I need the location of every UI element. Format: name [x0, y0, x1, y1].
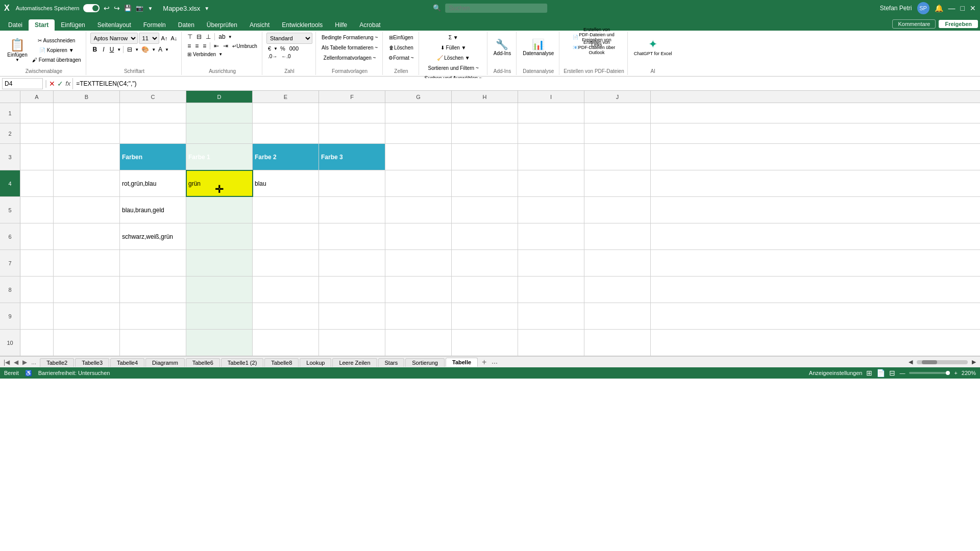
- addins-button[interactable]: 🔧 Add-Ins: [492, 33, 513, 61]
- row-header-7[interactable]: 7: [0, 250, 20, 276]
- cell-d10[interactable]: [186, 330, 253, 356]
- kommentare-button[interactable]: Kommentare: [892, 19, 936, 29]
- cell-a8[interactable]: [20, 277, 54, 303]
- cell-i3[interactable]: [518, 144, 584, 170]
- cell-a6[interactable]: [20, 223, 54, 249]
- cell-e3-farbe2[interactable]: Farbe 2: [253, 144, 319, 170]
- cell-b3[interactable]: [54, 144, 120, 170]
- font-name-select[interactable]: Aptos Narrow: [90, 33, 138, 44]
- cell-c5-blau-braun-geld[interactable]: blau,braun,geld: [120, 197, 186, 223]
- cell-a7[interactable]: [20, 250, 54, 276]
- borders-dropdown-icon[interactable]: ▼: [135, 47, 139, 52]
- cell-c3-farben[interactable]: Farben: [120, 144, 186, 170]
- cell-i4[interactable]: [518, 170, 584, 196]
- maximize-button[interactable]: □: [961, 4, 965, 12]
- cell-i9[interactable]: [518, 303, 584, 329]
- zellenformatvorlagen-button[interactable]: Zellenformatvorlagen ~: [320, 53, 379, 62]
- cell-b7[interactable]: [54, 250, 120, 276]
- tab-hilfe[interactable]: Hilfe: [329, 19, 353, 31]
- zoom-in-icon[interactable]: +: [954, 370, 957, 376]
- accessibility-status[interactable]: Barrierefreiheit: Untersuchen: [38, 370, 110, 376]
- cell-i7[interactable]: [518, 250, 584, 276]
- underline-button[interactable]: U: [108, 45, 116, 54]
- cell-c8[interactable]: [120, 277, 186, 303]
- page-layout-icon[interactable]: 📄: [876, 369, 885, 377]
- tab-datei[interactable]: Datei: [2, 19, 29, 31]
- cell-a1[interactable]: [20, 103, 54, 123]
- dropdown-filename-icon[interactable]: ▼: [204, 6, 209, 11]
- clear-button[interactable]: 🧹 Löschen ▼: [423, 53, 484, 62]
- scroll-left-icon[interactable]: ◀: [909, 359, 913, 365]
- col-header-b[interactable]: B: [54, 91, 120, 103]
- sheet-tab-sortierung[interactable]: Sortierung: [405, 358, 445, 367]
- col-header-c[interactable]: C: [120, 91, 186, 103]
- close-button[interactable]: ✕: [970, 4, 976, 12]
- row-header-4[interactable]: 4: [0, 170, 20, 196]
- cell-i2[interactable]: [518, 123, 584, 143]
- row-header-1[interactable]: 1: [0, 103, 20, 123]
- sheet-nav-first[interactable]: |◀: [2, 359, 11, 366]
- cell-f3-farbe3[interactable]: Farbe 3: [319, 144, 385, 170]
- cell-g5[interactable]: [385, 197, 452, 223]
- camera-icon[interactable]: 📷: [136, 5, 143, 12]
- cell-j6[interactable]: [584, 223, 651, 249]
- align-center-button[interactable]: ≡: [193, 42, 200, 50]
- tab-daten[interactable]: Daten: [172, 19, 201, 31]
- cell-c10[interactable]: [120, 330, 186, 356]
- font-color-button[interactable]: A: [157, 45, 164, 54]
- loeschen-cells-button[interactable]: 🗑 Löschen: [387, 43, 415, 52]
- cell-g10[interactable]: [385, 330, 452, 356]
- zoom-slider[interactable]: [909, 372, 950, 374]
- cell-h1[interactable]: [452, 103, 518, 123]
- sort-filter-button[interactable]: Sortieren und Filtern ~: [423, 63, 484, 72]
- cell-j1[interactable]: [584, 103, 651, 123]
- cell-h6[interactable]: [452, 223, 518, 249]
- cell-j7[interactable]: [584, 250, 651, 276]
- cell-d7[interactable]: [186, 250, 253, 276]
- sheet-tab-tabelle[interactable]: Tabelle: [446, 358, 478, 367]
- number-format-select[interactable]: Standard: [266, 33, 312, 44]
- cell-d2[interactable]: [186, 123, 253, 143]
- cell-e8[interactable]: [253, 277, 319, 303]
- cell-a9[interactable]: [20, 303, 54, 329]
- cell-e7[interactable]: [253, 250, 319, 276]
- bold-button[interactable]: B: [90, 45, 100, 54]
- cell-h3[interactable]: [452, 144, 518, 170]
- italic-button[interactable]: I: [101, 45, 106, 54]
- cell-g9[interactable]: [385, 303, 452, 329]
- sheet-nav-next[interactable]: ▶: [21, 359, 29, 366]
- cell-d8[interactable]: [186, 277, 253, 303]
- cell-d9[interactable]: [186, 303, 253, 329]
- als-tabelle-button[interactable]: Als Tabelle formatieren ~: [320, 43, 379, 52]
- align-right-button[interactable]: ≡: [201, 42, 208, 50]
- cell-b6[interactable]: [54, 223, 120, 249]
- text-direction-icon[interactable]: ab: [217, 33, 227, 41]
- cell-h9[interactable]: [452, 303, 518, 329]
- row-header-6[interactable]: 6: [0, 223, 20, 249]
- decrease-font-icon[interactable]: A↓: [169, 35, 178, 42]
- tab-entwicklertools[interactable]: Entwicklertools: [276, 19, 329, 31]
- tab-ueberprufen[interactable]: Überprüfen: [201, 19, 243, 31]
- sheet-tab-lookup[interactable]: Lookup: [300, 358, 331, 367]
- sheet-tab-tabelle6[interactable]: Tabelle6: [186, 358, 220, 367]
- chatgpt-button[interactable]: ✦ ChatGPT for Excel: [632, 33, 674, 61]
- cell-h7[interactable]: [452, 250, 518, 276]
- increase-font-icon[interactable]: A↑: [160, 35, 169, 42]
- tab-start[interactable]: Start: [29, 19, 55, 31]
- cell-g2[interactable]: [385, 123, 452, 143]
- minimize-button[interactable]: —: [948, 4, 955, 12]
- cell-a4[interactable]: [20, 170, 54, 196]
- cell-h4[interactable]: [452, 170, 518, 196]
- confirm-formula-icon[interactable]: ✓: [57, 80, 63, 88]
- cell-b10[interactable]: [54, 330, 120, 356]
- zoom-level[interactable]: 220%: [962, 370, 976, 376]
- cell-i1[interactable]: [518, 103, 584, 123]
- row-header-8[interactable]: 8: [0, 277, 20, 303]
- redo-icon[interactable]: ↪: [114, 4, 120, 12]
- tab-formeln[interactable]: Formeln: [137, 19, 172, 31]
- cell-b2[interactable]: [54, 123, 120, 143]
- format-uebertragen-button[interactable]: 🖌 Format übertragen: [31, 55, 83, 64]
- fill-dropdown-icon[interactable]: ▼: [152, 47, 156, 52]
- search-input[interactable]: [445, 4, 547, 13]
- cell-c7[interactable]: [120, 250, 186, 276]
